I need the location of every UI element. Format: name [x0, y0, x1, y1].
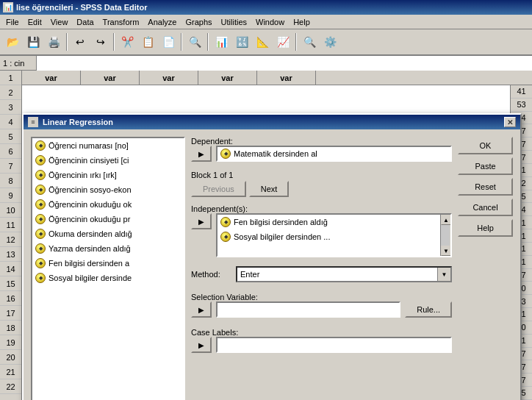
method-row: Method: Enter ▼	[191, 266, 452, 282]
var-item-4[interactable]: ◆ Öğrencinin okuduğu ok	[32, 197, 184, 212]
toolbar-chart[interactable]: 📊	[212, 32, 231, 51]
col-hdr-2: var	[81, 71, 140, 85]
row-numbers: 1 2 3 4 5 6 7 8 9 10 11 12 13 14 15 16 1…	[0, 71, 22, 400]
menu-view[interactable]: View	[46, 16, 73, 28]
col-headers: var var var var var	[22, 71, 532, 85]
menu-help[interactable]: Help	[289, 16, 314, 28]
var-item-2[interactable]: ◆ Öğrencinin ırkı [ırk]	[32, 168, 184, 182]
center-panel: Dependent: ▶ ◆ Matematik dersinden al Bl	[191, 137, 452, 400]
toolbar-zoom[interactable]: 🔍	[300, 32, 319, 51]
menu-data[interactable]: Data	[72, 16, 98, 28]
indep-icon-1: ◆	[220, 232, 231, 242]
selection-arrow-button[interactable]: ▶	[191, 301, 212, 318]
paste-button[interactable]: Paste	[458, 157, 513, 175]
menu-utilities[interactable]: Utilities	[217, 16, 251, 28]
row-num-4: 4	[0, 115, 21, 129]
menu-edit[interactable]: Edit	[24, 16, 46, 28]
method-dropdown-arrow[interactable]: ▼	[437, 268, 450, 281]
toolbar-open[interactable]: 📂	[3, 32, 22, 51]
toolbar-undo[interactable]: ↩	[71, 32, 90, 51]
toolbar-save[interactable]: 💾	[24, 32, 43, 51]
row-num-8: 8	[0, 174, 21, 188]
rule-button[interactable]: Rule...	[405, 301, 452, 318]
right-val-1: 41	[511, 85, 532, 99]
case-labels-field-row: ▶	[191, 337, 452, 353]
row-num-12: 12	[0, 232, 21, 247]
case-labels-value-field[interactable]	[216, 337, 452, 353]
var-item-5[interactable]: ◆ Öğrencinin okuduğu pr	[32, 212, 184, 226]
row-num-10: 10	[0, 203, 21, 218]
dependent-section: Dependent: ▶ ◆ Matematik dersinden al	[191, 137, 452, 162]
help-button[interactable]: Help	[458, 219, 513, 237]
cancel-button[interactable]: Cancel	[458, 199, 513, 216]
title-bar: 📊 lise öğrencileri - SPSS Data Editor	[0, 0, 532, 15]
var-icon-0: ◆	[35, 140, 46, 151]
method-select[interactable]: Enter ▼	[236, 266, 452, 282]
menu-graphs[interactable]: Graphs	[181, 16, 216, 28]
toolbar-calc[interactable]: 📐	[253, 32, 272, 51]
scroll-track[interactable]	[441, 225, 450, 246]
toolbar-stats[interactable]: 📈	[273, 32, 292, 51]
var-icon-3: ◆	[35, 185, 46, 195]
independents-arrow-button[interactable]: ▶	[191, 213, 212, 229]
dependent-arrow-button[interactable]: ▶	[191, 146, 212, 162]
ok-button[interactable]: OK	[458, 137, 513, 154]
case-labels-label: Case Labels:	[191, 328, 452, 337]
row-num-21: 21	[0, 365, 21, 379]
indep-item-0[interactable]: ◆ Fen bilgisi dersinden aldığ	[218, 215, 450, 229]
var-icon-9: ◆	[35, 273, 46, 283]
menu-window[interactable]: Window	[251, 16, 289, 28]
var-icon-7: ◆	[35, 243, 46, 254]
menu-file[interactable]: File	[1, 16, 24, 28]
var-icon-8: ◆	[35, 258, 46, 268]
toolbar-var[interactable]: 🔣	[232, 32, 251, 51]
row-num-1: 1	[0, 71, 21, 85]
scroll-up-arrow[interactable]: ▲	[441, 215, 451, 225]
toolbar-options-tb[interactable]: ⚙️	[320, 32, 339, 51]
dialog-title: Linear Regression	[43, 118, 113, 126]
selection-value-field[interactable]	[216, 301, 400, 318]
toolbar-paste-tb[interactable]: 📄	[159, 32, 178, 51]
var-item-6[interactable]: ◆ Okuma dersinden aldığ	[32, 226, 184, 241]
toolbar-sep-2	[113, 33, 115, 51]
var-item-1[interactable]: ◆ Öğrencinin cinsiyeti [ci	[32, 153, 184, 168]
case-labels-section: Case Labels: ▶	[191, 328, 452, 353]
dependent-value-field[interactable]: ◆ Matematik dersinden al	[216, 146, 452, 162]
dialog-close-button[interactable]: ✕	[504, 117, 516, 127]
scroll-down-arrow[interactable]: ▼	[441, 246, 451, 256]
var-item-8[interactable]: ◆ Fen bilgisi dersinden a	[32, 256, 184, 271]
indep-icon-0: ◆	[220, 217, 231, 227]
var-icon-2: ◆	[35, 170, 46, 180]
row-num-11: 11	[0, 218, 21, 232]
var-item-3[interactable]: ◆ Öğrencinin sosyo-ekon	[32, 182, 184, 197]
independents-listbox[interactable]: ◆ Fen bilgisi dersinden aldığ ◆ Sosyal b…	[216, 213, 452, 257]
case-labels-arrow-button[interactable]: ▶	[191, 337, 212, 353]
reset-button[interactable]: Reset	[458, 178, 513, 196]
var-item-0[interactable]: ◆ Öğrenci numarası [no]	[32, 138, 184, 153]
variable-list-panel[interactable]: ◆ Öğrenci numarası [no] ◆ Öğrencinin cin…	[31, 137, 185, 400]
toolbar-print[interactable]: 🖨️	[44, 32, 63, 51]
independents-field-container: ◆ Fen bilgisi dersinden aldığ ◆ Sosyal b…	[216, 213, 452, 257]
next-button[interactable]: Next	[249, 181, 290, 197]
var-icon-1: ◆	[35, 155, 46, 165]
dialog-icon: ≡	[28, 117, 38, 127]
row-num-3: 3	[0, 100, 21, 115]
previous-button[interactable]: Previous	[191, 181, 246, 197]
toolbar-find[interactable]: 🔍	[185, 32, 204, 51]
method-label: Method:	[191, 270, 231, 279]
row-num-18: 18	[0, 321, 21, 335]
menu-analyze[interactable]: Analyze	[143, 16, 181, 28]
toolbar-copy[interactable]: 📋	[138, 32, 157, 51]
var-item-9[interactable]: ◆ Sosyal bilgiler dersinde	[32, 271, 184, 285]
toolbar-redo[interactable]: ↪	[91, 32, 110, 51]
toolbar-sep-1	[66, 33, 68, 51]
menu-transform[interactable]: Transform	[98, 16, 144, 28]
var-item-7[interactable]: ◆ Yazma dersinden aldığ	[32, 241, 184, 256]
dialog-title-bar[interactable]: ≡ Linear Regression ✕	[24, 115, 520, 129]
row-num-9: 9	[0, 188, 21, 203]
menu-bar: File Edit View Data Transform Analyze Gr…	[0, 15, 532, 29]
editor-area: 1 : cin 1 2 3 4 5 6 7 8 9 10 11 12 13 14…	[0, 56, 532, 400]
block-section: Block 1 of 1 Previous Next	[191, 171, 452, 200]
toolbar-cut[interactable]: ✂️	[118, 32, 137, 51]
indep-item-1[interactable]: ◆ Sosyal bilgiler dersinden ...	[218, 229, 450, 244]
